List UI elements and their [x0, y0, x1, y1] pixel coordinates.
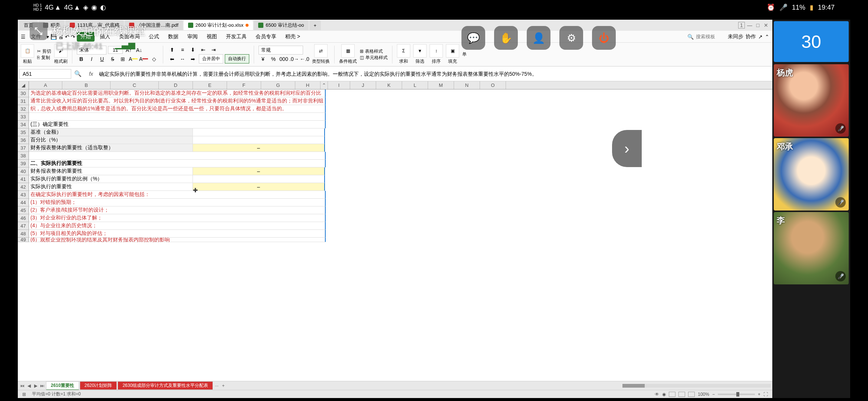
fx-label[interactable]: fx [85, 71, 98, 77]
fill-button[interactable]: ▣ [446, 44, 459, 58]
zoom-out-button[interactable]: − [712, 392, 715, 397]
zoom-in-button[interactable]: + [758, 392, 760, 397]
sort-button[interactable]: ↕ [430, 44, 443, 58]
cell-E41[interactable] [193, 175, 325, 183]
participant-1[interactable]: 杨虎 🎤̸ [774, 64, 849, 137]
cell-reference-input[interactable] [19, 69, 71, 79]
close-button[interactable]: ✕ [763, 22, 769, 29]
row-header[interactable]: 46 [18, 214, 29, 222]
select-all-corner[interactable]: ◢ [18, 81, 29, 89]
decrease-font-icon[interactable]: A↓ [135, 46, 144, 55]
cell-A46[interactable]: (3）对企业和行业的总体了解； [29, 214, 326, 222]
sheet-nav-prev[interactable]: ◀ [26, 383, 32, 388]
cell-E36[interactable] [193, 136, 325, 144]
align-left-icon[interactable]: ⬅ [168, 55, 177, 63]
cell-E35[interactable] [193, 128, 325, 136]
cell-A33[interactable] [29, 113, 326, 121]
zoom-slider[interactable] [718, 394, 755, 395]
circle-icon[interactable]: ◉ [662, 392, 666, 397]
new-tab-button[interactable]: + [309, 20, 321, 30]
sheet-tab-2630[interactable]: 2630组成部分审计方式及重要性水平分配表 [118, 381, 213, 390]
cell-A43[interactable]: 在确定实际执行的重要性时，考虑的因素可能包括： [29, 191, 326, 199]
align-bottom-icon[interactable]: ⬇ [188, 45, 197, 54]
power-button[interactable]: ⏻ [592, 26, 616, 50]
participant-2[interactable]: 邓承 🎤̸ [774, 138, 849, 211]
ribbon-addon[interactable]: 稻壳 > [282, 32, 304, 42]
align-center-icon[interactable]: ↔ [178, 55, 187, 63]
fill-color-button[interactable]: A [129, 55, 138, 63]
ribbon-formula[interactable]: 公式 [145, 32, 163, 42]
chat-button[interactable]: 💬 [461, 26, 485, 50]
cell-A31[interactable]: 通常比营业收入对应的百分比要高。对以营利为目的的制造行业实体，经常性业务的税前利… [29, 97, 326, 105]
ribbon-view[interactable]: 视图 [203, 32, 221, 42]
participant-count[interactable]: 30 [774, 21, 849, 62]
fullscreen-icon[interactable]: ⛶ [763, 392, 768, 397]
collapse-ribbon-icon[interactable]: ⌃ [765, 34, 769, 40]
row-header[interactable]: 32 [18, 105, 29, 113]
formula-text[interactable]: 确定实际执行的重要性并非简单机械的计算，需要注册会计师运用职业判断，并考虑上述因… [98, 70, 771, 78]
back-button[interactable] [30, 22, 47, 40]
ribbon-dev[interactable]: 开发工具 [222, 32, 250, 42]
minimize-button[interactable]: — [746, 22, 753, 29]
cell-A42[interactable]: 实际执行的重要性 [29, 183, 193, 191]
raise-hand-button[interactable]: ✋ [494, 26, 518, 50]
col-header-O[interactable]: O [480, 81, 506, 89]
cell-A44[interactable]: (1）对错报的预期； [29, 199, 326, 206]
number-format-select[interactable]: 常规 [259, 46, 303, 55]
view-normal-icon[interactable] [669, 392, 675, 397]
row-header[interactable]: 37 [18, 144, 29, 152]
cell-A40[interactable]: 财务报表整体的重要性 [29, 167, 193, 175]
cell-A34[interactable]: (三）确定重要性 [29, 121, 326, 128]
align-right-icon[interactable]: ➡ [188, 55, 197, 63]
maximize-button[interactable]: □ [754, 22, 761, 29]
strikethrough-button[interactable]: S̶ [108, 55, 117, 63]
row-header[interactable]: 30 [18, 89, 29, 97]
underline-button[interactable]: U [98, 55, 106, 63]
zoom-formula-icon[interactable]: 🔍 [71, 70, 85, 77]
sheet-nav-next[interactable]: ▶ [33, 383, 39, 388]
cell-A38[interactable] [29, 152, 326, 160]
cell-A48[interactable]: (5）对与项目相关的风险的评估； [29, 230, 326, 238]
search-input[interactable] [696, 34, 726, 39]
row-header[interactable]: 33 [18, 113, 29, 121]
indent-decrease-icon[interactable]: ⇤ [199, 45, 208, 54]
col-header-I[interactable]: I [328, 81, 350, 89]
col-header-J[interactable]: J [350, 81, 376, 89]
decimal-increase-icon[interactable]: .0→ [290, 55, 299, 63]
row-header[interactable]: 49 [18, 238, 29, 242]
sheet-tab-2610[interactable]: 2610重要性 [46, 381, 79, 390]
col-header-L[interactable]: L [402, 81, 428, 89]
indent-increase-icon[interactable]: ⇥ [209, 45, 218, 54]
col-header-A[interactable]: A [29, 81, 62, 89]
percent-icon[interactable]: % [269, 55, 278, 63]
row-header[interactable]: 41 [18, 175, 29, 183]
row-header[interactable]: 42 [18, 183, 29, 191]
row-header[interactable]: 31 [18, 97, 29, 105]
eye-icon[interactable]: 👁 [655, 392, 659, 397]
coop-button[interactable]: 协作 [746, 33, 756, 40]
italic-button[interactable]: I [87, 55, 96, 63]
ribbon-member[interactable]: 会员专享 [252, 32, 280, 42]
col-header-D[interactable]: D [159, 81, 193, 89]
tab-xlsx-active[interactable]: 2600 审计计划-oo.xlsx [184, 20, 253, 30]
align-middle-icon[interactable]: ≡ [178, 45, 187, 54]
auto-wrap-button[interactable]: 自动换行 [225, 54, 249, 63]
ribbon-review[interactable]: 审阅 [184, 32, 201, 42]
spreadsheet-grid[interactable]: ◢ A B C D E F G H ⌃ I J K L M N O [18, 81, 772, 381]
sheet-add[interactable]: + [220, 383, 226, 388]
row-header[interactable]: 38 [18, 152, 29, 160]
paste-button[interactable]: 📋 [21, 44, 34, 58]
search-icon[interactable]: 🔍 [687, 34, 694, 40]
row-header[interactable]: 40 [18, 167, 29, 175]
cut-icon[interactable]: ✂ [37, 49, 41, 54]
merge-center-button[interactable]: 合并居中 [199, 54, 223, 63]
sheet-nav-first[interactable]: ⏮ [19, 383, 25, 388]
col-header-F[interactable]: F [227, 81, 261, 89]
cell-A36[interactable]: 百分比（%） [29, 136, 193, 144]
row-header[interactable]: 44 [18, 199, 29, 206]
currency-icon[interactable]: ¥ [259, 55, 267, 63]
cell-A37[interactable]: 财务报表整体的重要性（适当取整） [29, 144, 193, 152]
row-header[interactable]: 34 [18, 121, 29, 128]
col-header-M[interactable]: M [428, 81, 454, 89]
copy-label[interactable]: 复制 [41, 55, 50, 61]
